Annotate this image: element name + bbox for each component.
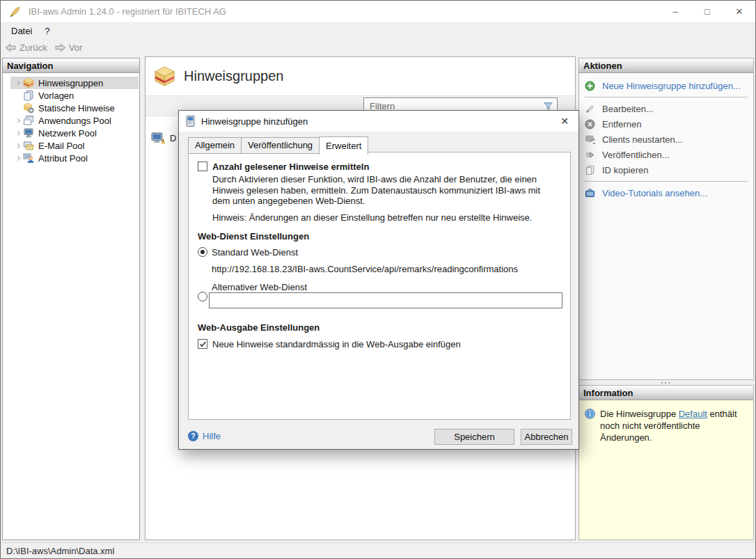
page-title: Hinweisgruppen [184, 68, 283, 84]
publish-icon [585, 150, 595, 160]
help-icon: ? [188, 431, 198, 441]
weboutput-checkbox-label[interactable]: Neue Hinweise standardmässig in die Web-… [212, 339, 461, 349]
edit-icon [585, 104, 595, 114]
package-icon [23, 77, 34, 88]
group-row-label: D [170, 133, 176, 143]
attribute-pool-icon [23, 152, 34, 164]
info-icon [585, 409, 595, 419]
action-video-tutorials[interactable]: Video-Tutorials ansehen... [579, 185, 753, 200]
sidebar-item-statische-hinweise[interactable]: Statische Hinweise [10, 102, 139, 114]
sidebar-item-attribut-pool[interactable]: Attribut Pool [10, 152, 139, 164]
title-bar: IBI-aws Admin 1.24.0 - registriert für I… [1, 1, 755, 23]
divider [585, 181, 748, 182]
chevron-right-icon[interactable] [13, 78, 22, 88]
restart-clients-icon [585, 134, 595, 145]
sidebar-item-label: Attribut Pool [38, 153, 88, 164]
standard-webservice-label[interactable]: Standard Web-Dienst [212, 247, 298, 258]
tab-allgemein[interactable]: Allgemein [188, 137, 242, 154]
menu-bar: Datei ? [1, 23, 755, 39]
maximize-button[interactable]: □ [691, 1, 723, 23]
panel-splitter-grip[interactable]: ... [578, 377, 754, 385]
dialog-title: Hinweisgruppe hinzufügen [201, 116, 308, 127]
count-description: Durch Aktivieren dieser Funktion, wird I… [212, 174, 555, 207]
back-button[interactable]: Zurück [5, 42, 47, 54]
application-pool-icon [23, 115, 34, 126]
chevron-right-icon[interactable] [13, 128, 22, 138]
dialog-icon [186, 116, 195, 127]
divider [585, 97, 748, 97]
action-publish[interactable]: Veröffentlichen... [579, 147, 753, 162]
sidebar-item-email-pool[interactable]: E-Mail Pool [10, 139, 139, 152]
tab-veroeffentlichung[interactable]: Veröffentlichung [241, 137, 320, 154]
dialog-tabs: Allgemein Veröffentlichung Erweitert [188, 136, 368, 154]
sidebar-item-label: Statische Hinweise [38, 103, 115, 113]
close-button[interactable]: ✕ [723, 1, 755, 23]
action-restart-clients[interactable]: Clients neustarten... [579, 132, 753, 147]
add-icon [585, 81, 595, 91]
data-file-path: D:\IBI-aws\Admin\Data.xml [6, 546, 114, 556]
sidebar-item-label: Anwendungs Pool [38, 116, 111, 126]
action-edit[interactable]: Bearbeiten... [579, 101, 753, 116]
menu-datei[interactable]: Datei [5, 24, 38, 38]
information-header: Information [579, 386, 753, 400]
save-button[interactable]: Speichern [434, 429, 514, 445]
static-remarks-icon [23, 102, 34, 113]
tab-page-erweitert: Anzahl gelesener Hinweise ermitteln Durc… [188, 152, 571, 420]
information-panel: Information Die Hinweisgruppe Default en… [578, 385, 754, 540]
chevron-right-icon[interactable] [13, 141, 22, 150]
templates-icon [23, 90, 34, 101]
page-title-row: Hinweisgruppen [154, 65, 283, 87]
help-link[interactable]: ? Hilfe [188, 431, 221, 441]
count-note: Hinweis: Änderungen an dieser Einstellun… [212, 212, 532, 223]
weboutput-section-label: Web-Ausgabe Einstellungen [198, 322, 320, 333]
weboutput-checkbox[interactable] [198, 339, 207, 349]
alternative-webservice-label[interactable]: Alternativer Web-Dienst [212, 282, 307, 292]
action-add-group[interactable]: Neue Hinweisgruppe hinzufügen... [579, 78, 753, 93]
default-group-link[interactable]: Default [679, 409, 707, 419]
actions-header: Aktionen [579, 58, 753, 73]
chevron-right-icon[interactable] [13, 116, 22, 125]
tab-erweitert[interactable]: Erweitert [319, 136, 368, 155]
sidebar-item-label: E-Mail Pool [38, 141, 84, 151]
forward-arrow-icon [54, 42, 66, 54]
sidebar-item-hinweisgruppen[interactable]: Hinweisgruppen [10, 77, 139, 89]
action-copy-id[interactable]: ID kopieren [579, 162, 753, 178]
copy-icon [585, 165, 595, 175]
sidebar-item-label: Netzwerk Pool [38, 128, 97, 139]
menu-help[interactable]: ? [38, 24, 56, 38]
app-window: IBI-aws Admin 1.24.0 - registriert für I… [0, 0, 756, 559]
webservice-section-label: Web-Dienst Einstellungen [198, 231, 309, 242]
sidebar-item-label: Vorlagen [38, 90, 74, 101]
navigation-panel: Navigation Hinweisgruppen Vorlagen Stati… [2, 58, 140, 540]
window-title: IBI-aws Admin 1.24.0 - registriert für I… [29, 6, 226, 17]
dialog-title-bar: Hinweisgruppe hinzufügen ✕ [179, 111, 578, 132]
navigation-header: Navigation [3, 58, 139, 73]
forward-button[interactable]: Vor [54, 42, 83, 54]
sidebar-item-label: Hinweisgruppen [38, 78, 103, 88]
alternative-webservice-input[interactable] [209, 292, 562, 308]
email-pool-icon [23, 140, 34, 151]
actions-panel: Aktionen Neue Hinweisgruppe hinzufügen..… [578, 58, 754, 380]
app-icon [9, 6, 22, 18]
add-group-dialog: Hinweisgruppe hinzufügen ✕ Allgemein Ver… [178, 110, 579, 450]
alternative-webservice-radio[interactable] [198, 292, 207, 301]
sidebar-item-anwendungs-pool[interactable]: Anwendungs Pool [10, 114, 139, 127]
count-checkbox-label[interactable]: Anzahl gelesener Hinweise ermitteln [212, 162, 369, 172]
status-bar: D:\IBI-aws\Admin\Data.xml [1, 542, 755, 559]
count-checkbox[interactable] [198, 162, 207, 171]
minimize-button[interactable]: – [659, 1, 691, 23]
sidebar-item-netzwerk-pool[interactable]: Netzwerk Pool [10, 127, 139, 139]
navigation-list: Hinweisgruppen Vorlagen Statische Hinwei… [3, 73, 139, 164]
nav-toolbar: Zurück Vor [1, 39, 755, 56]
cancel-button[interactable]: Abbrechen [521, 429, 572, 445]
group-warning-icon [151, 132, 165, 144]
group-list-row[interactable]: D [151, 132, 176, 144]
action-remove[interactable]: Entfernen [579, 116, 753, 132]
standard-webservice-url: http://192.168.18.23/IBI-aws.CountServic… [212, 264, 518, 274]
chevron-right-icon[interactable] [13, 153, 22, 163]
remove-icon [585, 119, 595, 129]
sidebar-item-vorlagen[interactable]: Vorlagen [10, 89, 139, 102]
check-icon [199, 340, 207, 348]
dialog-close-icon[interactable]: ✕ [551, 111, 578, 132]
standard-webservice-radio[interactable] [198, 247, 207, 257]
